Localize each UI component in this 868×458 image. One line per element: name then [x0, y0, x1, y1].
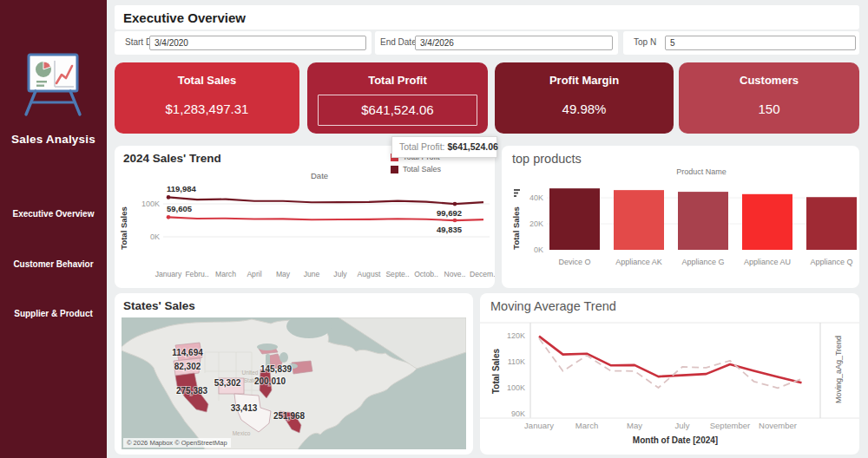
- moving-average-card: Moving Average Trend 120K110K100K90KJanu…: [480, 293, 859, 455]
- line-total-sales[interactable]: [539, 337, 802, 383]
- map-state-value: 114,694: [172, 348, 203, 357]
- kpi-value: 49.98%: [495, 101, 674, 116]
- y-tick: 120K: [507, 331, 525, 340]
- x-tick: Device O: [558, 258, 590, 266]
- kpi-total-profit[interactable]: Total Profit $641,524.06: [307, 62, 488, 134]
- sales-trend-chart[interactable]: 100K0KTotal SalesJanuaryFebru..MarchApri…: [115, 146, 495, 288]
- x-tick: May: [276, 270, 291, 278]
- data-point[interactable]: [453, 219, 457, 223]
- sidebar: Sales Analysis Executive Overview Custom…: [0, 0, 107, 458]
- states-sales-title: States' Sales: [123, 299, 195, 312]
- kpi-title: Total Profit: [307, 74, 488, 87]
- kpi-total-sales[interactable]: Total Sales $1,283,497.31: [115, 62, 299, 134]
- value-annotation: 59,605: [167, 204, 193, 213]
- sort-icon[interactable]: [514, 189, 520, 197]
- x-tick: September: [710, 421, 750, 430]
- start-date-input[interactable]: 3/4/2020: [149, 36, 366, 50]
- x-tick: Appliance G: [681, 258, 724, 266]
- x-tick: July: [333, 270, 347, 278]
- kpi-value: 150: [679, 101, 859, 116]
- kpi-value: $641,524.06: [319, 102, 477, 117]
- sales-analysis-logo-icon: [18, 49, 88, 118]
- x-tick: January: [524, 421, 554, 430]
- x-tick: Appliance AK: [615, 258, 662, 266]
- map-state-value: 53,302: [214, 378, 241, 388]
- kpi-customers[interactable]: Customers 150: [679, 62, 859, 134]
- map-state-value: 200,010: [254, 376, 286, 386]
- top-products-card: top products 40K20K0KTotal SalesProduct …: [502, 146, 859, 288]
- x-tick: Appliance AU: [744, 258, 791, 266]
- x-tick: Octob..: [414, 270, 438, 278]
- bar-appliance-g[interactable]: [678, 192, 728, 250]
- y-axis-title: Total Sales: [119, 206, 128, 249]
- value-annotation: 99,692: [437, 208, 462, 218]
- sidebar-item-executive-overview[interactable]: Executive Overview: [0, 209, 107, 219]
- tooltip-label: Total Profit:: [399, 141, 445, 152]
- x-tick: March: [575, 421, 598, 430]
- app-title: Sales Analysis: [0, 133, 107, 146]
- trend-line-total-sales[interactable]: [168, 197, 483, 204]
- sales-trend-card: 2024 Sales' Trend Total Profit Total Sal…: [115, 146, 495, 288]
- y-tick: 0K: [150, 232, 160, 241]
- bar-appliance-q[interactable]: [806, 197, 857, 250]
- kpi-title: Customers: [679, 74, 859, 87]
- us-sales-map[interactable]: UnitedStatesMexico 114,69482,302275,3835…: [122, 317, 466, 449]
- x-tick: April: [247, 270, 261, 278]
- x-tick: May: [627, 421, 642, 430]
- x-tick: Decem..: [470, 270, 495, 278]
- y-tick: 20K: [529, 219, 543, 228]
- y-axis-title: Total Sales: [511, 206, 521, 249]
- end-date-input[interactable]: 3/4/2026: [415, 36, 613, 50]
- y-tick: 40K: [529, 193, 543, 202]
- data-point[interactable]: [167, 195, 171, 200]
- map-container[interactable]: UnitedStatesMexico 114,69482,302275,3835…: [122, 317, 466, 449]
- page-header: Executive Overview: [115, 5, 859, 29]
- kpi-value-box: $641,524.06: [318, 95, 477, 126]
- top-n-input[interactable]: 5: [665, 36, 856, 50]
- tooltip-value: $641,524.06: [447, 141, 497, 152]
- x-tick: June: [304, 270, 320, 278]
- y-tick: 100K: [141, 200, 160, 208]
- y-tick: 0K: [534, 245, 543, 254]
- top-n-filter: Top N 5: [623, 31, 859, 55]
- page-title: Executive Overview: [115, 5, 859, 25]
- sidebar-item-customer-behavior[interactable]: Customer Behavior: [0, 259, 107, 269]
- y-tick: 100K: [507, 383, 525, 392]
- states-sales-card: States' Sales: [115, 293, 473, 455]
- map-state-value: 33,413: [231, 403, 258, 413]
- x-tick: January: [155, 270, 182, 278]
- map-attribution[interactable]: © 2026 Mapbox © OpenStreetMap: [123, 438, 231, 448]
- right-axis-title: Moving_aAg_Trend: [834, 336, 843, 403]
- map-base-label: United: [242, 370, 259, 376]
- line-moving_aag_trend[interactable]: [539, 338, 802, 388]
- x-axis-title: Month of Date [2024]: [633, 435, 718, 445]
- map-state-value: 145,839: [260, 364, 293, 374]
- map-state-value: 275,383: [176, 386, 208, 396]
- kpi-profit-margin[interactable]: Profit Margin 49.98%: [495, 62, 674, 134]
- x-tick: July: [675, 421, 690, 430]
- kpi-value: $1,283,497.31: [115, 101, 299, 116]
- moving-average-chart[interactable]: 120K110K100K90KJanuaryMarchMayJulySeptem…: [480, 293, 859, 455]
- data-point[interactable]: [453, 202, 457, 206]
- y-tick: 90K: [511, 409, 525, 418]
- x-tick: Appliance Q: [810, 258, 852, 266]
- end-date-label: End Date: [380, 37, 417, 47]
- kpi-title: Profit Margin: [495, 74, 674, 87]
- x-tick: Febru..: [185, 270, 208, 278]
- x-axis-title: Product Name: [676, 167, 727, 176]
- total-profit-tooltip: Total Profit: $641,524.06: [391, 136, 497, 158]
- top-products-chart[interactable]: 40K20K0KTotal SalesProduct NameDevice OA…: [502, 146, 859, 288]
- x-tick: Nove..: [444, 270, 466, 278]
- y-axis-title: Total Sales: [491, 349, 501, 394]
- start-date-filter: Start Date 3/4/2020: [115, 31, 372, 55]
- bar-appliance-au[interactable]: [742, 194, 792, 250]
- x-tick: Septe..: [385, 270, 409, 278]
- x-tick: November: [759, 421, 797, 430]
- bar-device-o[interactable]: [549, 188, 600, 250]
- data-point[interactable]: [167, 215, 171, 219]
- x-tick: August: [358, 270, 381, 278]
- top-n-label: Top N: [634, 37, 656, 47]
- bar-appliance-ak[interactable]: [614, 190, 664, 250]
- map-state-value: 82,302: [174, 362, 201, 371]
- sidebar-item-supplier-product[interactable]: Supplier & Product: [0, 309, 107, 318]
